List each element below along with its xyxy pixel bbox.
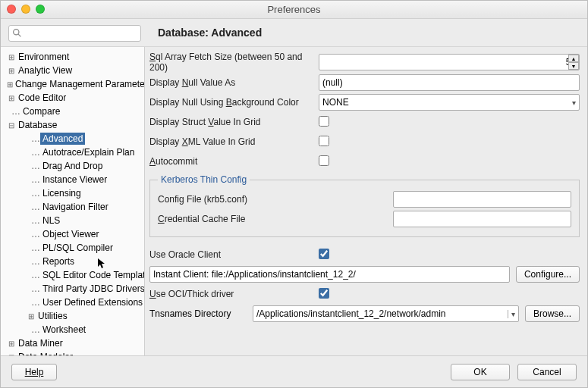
ok-button[interactable]: OK xyxy=(451,364,510,380)
leaf-icon: … xyxy=(27,215,40,226)
window-controls xyxy=(7,5,45,14)
xml-label: Display XML Value In Grid xyxy=(149,136,319,147)
tree-node-label[interactable]: User Defined Extensions xyxy=(40,296,145,308)
tree-node[interactable]: …Third Party JDBC Drivers xyxy=(4,282,144,296)
tree-node[interactable]: …Reports xyxy=(4,255,144,268)
tree-node[interactable]: …Instance Viewer xyxy=(4,173,144,186)
preferences-tree[interactable]: ⊞Environment⊞Analytic View⊞Change Manage… xyxy=(1,47,145,359)
tree-node-label[interactable]: Analytic View xyxy=(16,64,74,77)
tree-node-label[interactable]: Reports xyxy=(40,255,77,268)
expand-icon[interactable]: ⊞ xyxy=(7,94,16,102)
tree-node[interactable]: …Licensing xyxy=(4,186,144,200)
struct-label: Display Struct Value In Grid xyxy=(149,117,319,127)
tree-node-label[interactable]: Advanced xyxy=(40,133,85,145)
fetch-size-down[interactable]: ▼ xyxy=(568,62,579,70)
tns-path-combo[interactable]: /Applications/instantclient_12_2/network… xyxy=(253,305,519,322)
tree-node[interactable]: …PL/SQL Compiler xyxy=(4,241,144,255)
tree-node-label[interactable]: Change Management Parameters xyxy=(13,78,145,90)
cred-file-input[interactable] xyxy=(393,211,571,227)
tree-node[interactable]: …Drag And Drop xyxy=(4,159,144,173)
tree-node[interactable]: ⊞Change Management Parameters xyxy=(4,77,144,91)
close-icon[interactable] xyxy=(7,5,16,14)
tree-node-label[interactable]: Compare xyxy=(20,105,62,117)
tree-node[interactable]: …Autotrace/Explain Plan xyxy=(4,146,144,159)
minimize-icon[interactable] xyxy=(21,5,30,14)
zoom-icon[interactable] xyxy=(36,5,45,14)
tree-node-label[interactable]: Instance Viewer xyxy=(40,174,109,186)
cancel-button[interactable]: Cancel xyxy=(517,364,577,380)
leaf-icon: … xyxy=(7,106,20,117)
expand-icon[interactable]: ⊞ xyxy=(7,67,16,75)
collapse-icon[interactable]: ⊟ xyxy=(7,121,16,130)
tree-node-label[interactable]: NLS xyxy=(40,214,62,227)
tree-node[interactable]: ⊞Analytic View xyxy=(4,64,144,77)
tree-node[interactable]: …Advanced xyxy=(4,132,144,146)
svg-line-1 xyxy=(18,34,20,36)
tree-node[interactable]: …SQL Editor Code Templates xyxy=(4,268,144,282)
leaf-icon: … xyxy=(27,297,40,308)
tree-node-label[interactable]: Navigation Filter xyxy=(40,201,111,213)
expand-icon[interactable]: ⊞ xyxy=(7,53,16,61)
fetch-size-input[interactable] xyxy=(319,54,580,70)
tree-node-label[interactable]: Object Viewer xyxy=(40,228,101,240)
kerberos-fieldset: Kerberos Thin Config Config File (krb5.c… xyxy=(149,174,580,237)
tree-node[interactable]: …Worksheet xyxy=(4,323,144,336)
window-title: Preferences xyxy=(267,4,320,15)
autocommit-label: Autocommit xyxy=(149,156,319,167)
tree-node-label[interactable]: Data Miner xyxy=(16,337,65,349)
search-input[interactable] xyxy=(8,25,141,42)
null-bg-combo[interactable]: NONE xyxy=(319,94,580,111)
oci-label: Use OCI/Thick driver xyxy=(149,289,319,299)
xml-checkbox[interactable] xyxy=(319,136,329,146)
tree-node[interactable]: ⊞Data Miner xyxy=(4,336,144,350)
page-title: Database: Advanced xyxy=(158,25,262,42)
autocommit-checkbox[interactable] xyxy=(319,155,329,166)
tree-node[interactable]: …User Defined Extensions xyxy=(4,296,144,309)
tns-label: Tnsnames Directory xyxy=(149,308,247,319)
expand-icon[interactable]: ⊞ xyxy=(27,312,36,321)
tree-node-label[interactable]: Drag And Drop xyxy=(40,160,105,172)
leaf-icon: … xyxy=(27,147,40,158)
use-client-checkbox[interactable] xyxy=(319,249,329,259)
config-file-input[interactable] xyxy=(393,191,571,208)
configure-button[interactable]: Configure... xyxy=(516,266,580,283)
struct-checkbox[interactable] xyxy=(319,116,329,127)
config-file-label: Config File (krb5.conf) xyxy=(158,194,393,205)
oci-checkbox[interactable] xyxy=(319,288,329,299)
leaf-icon: … xyxy=(27,283,40,294)
tree-node[interactable]: …Object Viewer xyxy=(4,227,144,241)
use-client-label: Use Oracle Client xyxy=(149,249,319,260)
null-value-label: Display Null Value As xyxy=(149,77,319,88)
title-bar: Preferences xyxy=(1,1,587,19)
search-icon xyxy=(12,28,22,38)
null-bg-label: Display Null Using Background Color xyxy=(149,97,319,108)
tree-node[interactable]: ⊟Database xyxy=(4,118,144,132)
tree-node[interactable]: …NLS xyxy=(4,214,144,227)
expand-icon[interactable]: ⊞ xyxy=(7,340,16,348)
leaf-icon: … xyxy=(27,202,40,212)
tree-node-label[interactable]: Utilities xyxy=(36,310,70,322)
leaf-icon: … xyxy=(27,229,40,239)
dialog-footer: Help OK Cancel xyxy=(1,355,587,387)
tree-node[interactable]: ⊞Utilities xyxy=(4,309,144,323)
tree-node-label[interactable]: PL/SQL Compiler xyxy=(40,242,115,254)
tree-node-label[interactable]: SQL Editor Code Templates xyxy=(40,269,145,281)
tree-node-label[interactable]: Code Editor xyxy=(16,92,68,104)
help-button[interactable]: Help xyxy=(11,364,57,380)
tree-node[interactable]: ⊞Code Editor xyxy=(4,91,144,105)
tree-node-label[interactable]: Database xyxy=(16,119,59,131)
tree-node[interactable]: ⊞Environment xyxy=(4,50,144,64)
null-value-input[interactable] xyxy=(319,74,580,91)
tree-node-label[interactable]: Autotrace/Explain Plan xyxy=(40,146,137,158)
browse-button[interactable]: Browse... xyxy=(525,305,580,322)
tree-node[interactable]: …Navigation Filter xyxy=(4,200,144,214)
tree-node-label[interactable]: Licensing xyxy=(40,187,83,199)
fetch-size-label: Sql Array Fetch Size (between 50 and 200… xyxy=(149,52,319,73)
tree-node-label[interactable]: Third Party JDBC Drivers xyxy=(40,283,145,295)
fetch-size-up[interactable]: ▲ xyxy=(568,55,579,62)
tree-node-label[interactable]: Worksheet xyxy=(40,324,88,336)
tree-node-label[interactable]: Environment xyxy=(16,51,71,63)
tree-node[interactable]: …Compare xyxy=(4,105,144,118)
expand-icon[interactable]: ⊞ xyxy=(7,80,13,89)
client-path-input[interactable] xyxy=(149,266,510,283)
